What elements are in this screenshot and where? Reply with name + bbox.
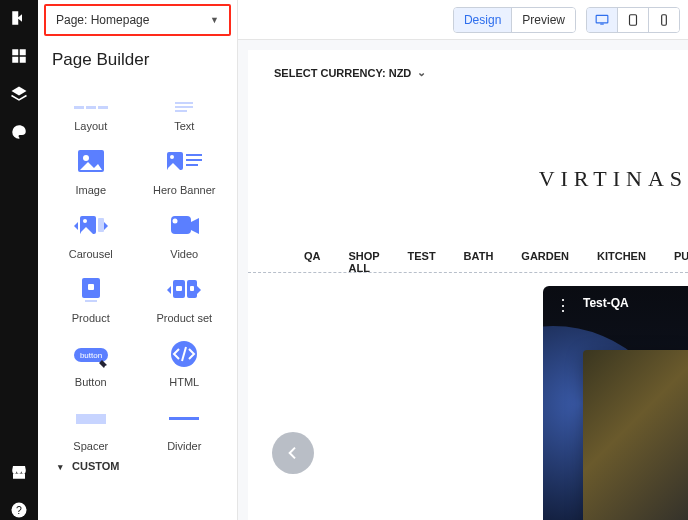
mobile-icon: [657, 14, 671, 26]
app-rail: ?: [0, 0, 38, 520]
sidebar: Page: Homepage ▼ Page Builder Layout Tex…: [38, 0, 238, 520]
svg-rect-35: [169, 417, 199, 420]
mobile-viewport-button[interactable]: [648, 8, 679, 32]
svg-rect-3: [20, 57, 26, 63]
svg-rect-10: [175, 106, 193, 108]
more-icon[interactable]: ⋮: [555, 296, 573, 315]
svg-rect-28: [176, 286, 182, 291]
desktop-viewport-button[interactable]: [587, 8, 617, 32]
svg-rect-1: [20, 49, 26, 55]
widget-product-set[interactable]: Product set: [138, 268, 232, 326]
svg-rect-38: [630, 14, 637, 25]
widget-image[interactable]: Image: [44, 140, 138, 198]
help-icon[interactable]: ?: [9, 500, 29, 520]
drop-zone-divider: [248, 272, 688, 273]
nav-link[interactable]: QA: [304, 250, 321, 274]
svg-rect-37: [600, 23, 604, 24]
page-canvas[interactable]: SELECT CURRENCY: NZD ⌄ VIRTINAS QA SHOP …: [248, 50, 688, 520]
widget-label: Product: [72, 312, 110, 324]
widget-button[interactable]: button Button: [44, 332, 138, 390]
store-nav: QA SHOP ALL TEST BATH GARDEN KITCHEN PUB…: [304, 250, 688, 274]
chevron-left-icon: [285, 445, 301, 461]
widget-label: Divider: [167, 440, 201, 452]
svg-rect-36: [596, 15, 608, 23]
widget-layout[interactable]: Layout: [44, 76, 138, 134]
widget-label: Button: [75, 376, 107, 388]
widget-label: Image: [75, 184, 106, 196]
widget-label: Hero Banner: [153, 184, 215, 196]
widget-divider[interactable]: Divider: [138, 396, 232, 454]
svg-text:button: button: [80, 351, 102, 360]
svg-rect-22: [171, 216, 191, 234]
widget-spacer[interactable]: Spacer: [44, 396, 138, 454]
page-selector-label: Page: Homepage: [56, 13, 149, 27]
theme-icon[interactable]: [9, 122, 29, 142]
layers-icon[interactable]: [9, 84, 29, 104]
svg-point-15: [170, 155, 174, 159]
nav-link[interactable]: KITCHEN: [597, 250, 646, 274]
nav-link[interactable]: BATH: [464, 250, 494, 274]
widget-html[interactable]: HTML: [138, 332, 232, 390]
caret-down-icon: ▼: [210, 15, 219, 25]
viewport-toggle: [586, 7, 680, 33]
chevron-down-icon: ⌄: [417, 66, 426, 79]
nav-link[interactable]: TEST: [407, 250, 435, 274]
svg-rect-30: [190, 286, 194, 291]
svg-rect-17: [186, 159, 202, 161]
widget-label: Product set: [156, 312, 212, 324]
widget-label: Video: [170, 248, 198, 260]
widget-label: Text: [174, 120, 194, 132]
svg-rect-0: [12, 49, 18, 55]
currency-selector[interactable]: SELECT CURRENCY: NZD ⌄: [248, 50, 688, 89]
widgets-icon[interactable]: [9, 46, 29, 66]
brand-logo: VIRTINAS: [539, 166, 688, 192]
logo-icon[interactable]: [9, 8, 29, 28]
store-icon[interactable]: [9, 462, 29, 482]
carousel-prev-button[interactable]: [272, 432, 314, 474]
svg-rect-7: [86, 106, 96, 109]
svg-rect-18: [186, 164, 198, 166]
carousel-card-image[interactable]: [583, 350, 688, 520]
svg-rect-11: [175, 110, 187, 112]
mode-toggle: Design Preview: [453, 7, 576, 33]
card-title: Test-QA: [583, 296, 629, 310]
svg-point-13: [83, 155, 89, 161]
page-selector[interactable]: Page: Homepage ▼: [44, 4, 231, 36]
design-tab[interactable]: Design: [454, 8, 511, 32]
desktop-icon: [595, 14, 609, 26]
preview-tab[interactable]: Preview: [511, 8, 575, 32]
svg-rect-9: [175, 102, 193, 104]
svg-rect-39: [662, 14, 667, 25]
svg-rect-34: [76, 414, 106, 424]
custom-section-header[interactable]: CUSTOM: [44, 454, 231, 472]
widget-carousel[interactable]: Carousel: [44, 204, 138, 262]
svg-rect-2: [12, 57, 18, 63]
svg-point-20: [83, 219, 87, 223]
widget-label: Layout: [74, 120, 107, 132]
nav-link[interactable]: PUBLIC: [674, 250, 688, 274]
widget-hero-banner[interactable]: Hero Banner: [138, 140, 232, 198]
svg-rect-25: [88, 284, 94, 290]
svg-rect-16: [186, 154, 202, 156]
svg-text:?: ?: [16, 504, 22, 516]
widget-label: Carousel: [69, 248, 113, 260]
svg-point-23: [173, 219, 178, 224]
sidebar-title: Page Builder: [38, 40, 237, 76]
widget-text[interactable]: Text: [138, 76, 232, 134]
widget-label: HTML: [169, 376, 199, 388]
tablet-viewport-button[interactable]: [617, 8, 648, 32]
nav-link[interactable]: SHOP ALL: [349, 250, 380, 274]
svg-rect-6: [74, 106, 84, 109]
svg-rect-26: [85, 300, 97, 302]
canvas-area: Design Preview SELECT CURRENCY: NZD ⌄: [238, 0, 688, 520]
nav-link[interactable]: GARDEN: [521, 250, 569, 274]
svg-rect-8: [98, 106, 108, 109]
svg-rect-21: [98, 218, 104, 232]
tablet-icon: [626, 14, 640, 26]
widget-product[interactable]: Product: [44, 268, 138, 326]
widget-video[interactable]: Video: [138, 204, 232, 262]
widget-label: Spacer: [73, 440, 108, 452]
